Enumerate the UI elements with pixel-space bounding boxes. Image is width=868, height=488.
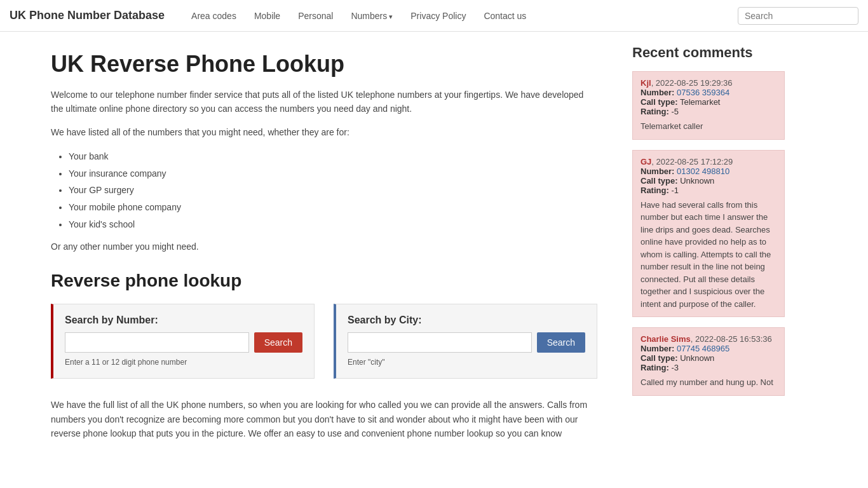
comment-2-calltype-row: Call type: Unknown — [641, 176, 776, 186]
search-number-button[interactable]: Search — [254, 332, 302, 353]
search-boxes: Search by Number: Search Enter a 11 or 1… — [51, 304, 597, 379]
search-by-number-row: Search — [65, 332, 302, 353]
comment-card-3: Charlie Sims, 2022-08-25 16:53:36 Number… — [632, 327, 785, 396]
comment-3-number-label: Number: — [641, 344, 674, 353]
intro-paragraph-1: Welcome to our telephone number finder s… — [51, 88, 597, 116]
comment-2-body: Have had several calls from this number … — [641, 199, 776, 311]
comment-3-rating-row: Rating: -3 — [641, 363, 776, 372]
search-by-number-box: Search by Number: Search Enter a 11 or 1… — [51, 304, 315, 379]
nav-item-area-codes[interactable]: Area codes — [184, 11, 244, 21]
comment-2-header: GJ, 2022-08-25 17:12:29 — [641, 157, 776, 166]
comment-1-calltype-label: Call type: — [641, 97, 678, 107]
bullet-item-insurance: Your insurance company — [69, 165, 597, 182]
comment-3-body: Called my number and hung up. Not — [641, 376, 776, 389]
comment-3-calltype: Unknown — [680, 353, 714, 363]
comment-3-number-row: Number: 07745 468965 — [641, 344, 776, 353]
search-number-hint: Enter a 11 or 12 digit phone number — [65, 358, 302, 367]
search-by-city-label: Search by City: — [348, 315, 585, 326]
navbar-search-container — [738, 7, 858, 25]
comment-2-date: , 2022-08-25 17:12:29 — [651, 157, 733, 166]
search-city-input[interactable] — [348, 332, 532, 353]
bullet-item-bank: Your bank — [69, 148, 597, 165]
main-content: UK Reverse Phone Lookup Welcome to our t… — [0, 32, 623, 459]
comment-3-header: Charlie Sims, 2022-08-25 16:53:36 — [641, 334, 776, 344]
comment-1-number-label: Number: — [641, 88, 674, 97]
navbar-search-input[interactable] — [738, 7, 858, 25]
comment-1-rating: -5 — [671, 107, 679, 116]
comment-2-rating-row: Rating: -1 — [641, 186, 776, 195]
comment-1-date: , 2022-08-25 19:29:36 — [651, 78, 733, 88]
comment-card-1: Kjl, 2022-08-25 19:29:36 Number: 07536 3… — [632, 71, 785, 140]
comment-2-calltype-label: Call type: — [641, 176, 678, 186]
search-city-button[interactable]: Search — [537, 332, 585, 353]
nav-item-numbers[interactable]: Numbers — [343, 11, 400, 21]
comment-2-rating-label: Rating: — [641, 186, 669, 195]
comment-2-calltype: Unknown — [680, 176, 714, 186]
comment-card-2: GJ, 2022-08-25 17:12:29 Number: 01302 49… — [632, 150, 785, 318]
bullet-list: Your bank Your insurance company Your GP… — [51, 148, 597, 233]
sidebar: Recent comments Kjl, 2022-08-25 19:29:36… — [623, 32, 794, 459]
comment-3-rating-label: Rating: — [641, 363, 669, 372]
page-title: UK Reverse Phone Lookup — [51, 51, 597, 78]
nav-item-privacy[interactable]: Privacy Policy — [403, 11, 473, 21]
comment-2-number-label: Number: — [641, 166, 674, 176]
or-text: Or any other number you might need. — [51, 241, 597, 252]
comment-2-author: GJ — [641, 157, 651, 166]
bullet-item-gp: Your GP surgery — [69, 182, 597, 199]
comment-1-number-link[interactable]: 07536 359364 — [677, 88, 729, 97]
comment-3-author: Charlie Sims — [641, 334, 691, 344]
comment-1-body: Telemarket caller — [641, 120, 776, 133]
comment-1-rating-row: Rating: -5 — [641, 107, 776, 116]
sidebar-title: Recent comments — [632, 44, 785, 61]
section-title: Reverse phone lookup — [51, 271, 597, 291]
navbar-brand[interactable]: UK Phone Number Database — [10, 9, 165, 22]
nav-links: Area codes Mobile Personal Numbers Priva… — [184, 11, 738, 21]
nav-item-mobile[interactable]: Mobile — [247, 11, 288, 21]
comment-1-rating-label: Rating: — [641, 107, 669, 116]
nav-item-contact[interactable]: Contact us — [476, 11, 534, 21]
bullet-item-school: Your kid's school — [69, 216, 597, 233]
search-number-input[interactable] — [65, 332, 249, 353]
comment-1-calltype: Telemarket — [680, 97, 721, 107]
page-container: UK Reverse Phone Lookup Welcome to our t… — [0, 32, 868, 459]
search-by-city-box: Search by City: Search Enter "city" — [334, 304, 597, 379]
intro-paragraph-2: We have listed all of the numbers that y… — [51, 125, 597, 139]
nav-item-personal[interactable]: Personal — [290, 11, 341, 21]
comment-1-calltype-row: Call type: Telemarket — [641, 97, 776, 107]
comment-1-header: Kjl, 2022-08-25 19:29:36 — [641, 78, 776, 88]
comment-3-number-link[interactable]: 07745 468965 — [677, 344, 729, 353]
comment-3-rating: -3 — [671, 363, 679, 372]
search-by-number-label: Search by Number: — [65, 315, 302, 326]
comment-2-number-row: Number: 01302 498810 — [641, 166, 776, 176]
comment-3-calltype-row: Call type: Unknown — [641, 353, 776, 363]
bottom-text: We have the full list of all the UK phon… — [51, 398, 597, 440]
search-by-city-row: Search — [348, 332, 585, 353]
search-city-hint: Enter "city" — [348, 358, 585, 367]
comment-1-number-row: Number: 07536 359364 — [641, 88, 776, 97]
navbar: UK Phone Number Database Area codes Mobi… — [0, 0, 868, 32]
comment-2-rating: -1 — [671, 186, 679, 195]
comment-1-author: Kjl — [641, 78, 651, 88]
comment-3-date: , 2022-08-25 16:53:36 — [691, 334, 772, 344]
bullet-item-mobile: Your mobile phone company — [69, 199, 597, 216]
comment-3-calltype-label: Call type: — [641, 353, 678, 363]
comment-2-number-link[interactable]: 01302 498810 — [677, 166, 729, 176]
